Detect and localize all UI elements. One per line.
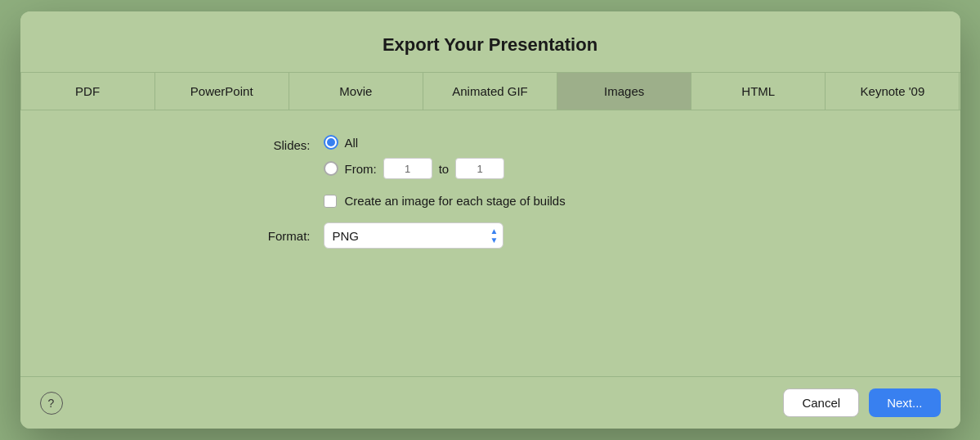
slides-label: Slides: xyxy=(253,135,311,152)
tab-images[interactable]: Images xyxy=(557,73,691,110)
dialog-title: Export Your Presentation xyxy=(20,11,960,72)
to-input[interactable] xyxy=(455,158,504,179)
from-input[interactable] xyxy=(383,158,432,179)
tab-movie[interactable]: Movie xyxy=(289,73,423,110)
dialog-footer: ? Cancel Next... xyxy=(20,377,960,429)
slides-options: All From: to xyxy=(324,135,505,179)
dialog-content: Slides: All From: to xyxy=(20,110,960,376)
format-label: Format: xyxy=(253,229,311,243)
all-radio-row[interactable]: All xyxy=(324,135,505,150)
builds-checkbox-label: Create an image for each stage of builds xyxy=(345,194,566,208)
all-radio-button[interactable] xyxy=(324,135,338,150)
tab-pdf[interactable]: PDF xyxy=(20,73,155,110)
help-button[interactable]: ? xyxy=(40,392,63,415)
from-radio-button[interactable] xyxy=(324,161,338,176)
next-button[interactable]: Next... xyxy=(869,388,940,417)
builds-checkbox-row[interactable]: Create an image for each stage of builds xyxy=(253,194,727,208)
footer-buttons: Cancel Next... xyxy=(783,388,940,417)
to-label: to xyxy=(439,162,450,176)
tab-powerpoint[interactable]: PowerPoint xyxy=(155,73,289,110)
all-radio-label: All xyxy=(345,136,359,150)
from-radio-label: From: xyxy=(345,162,377,176)
cancel-button[interactable]: Cancel xyxy=(783,388,859,417)
from-radio-row[interactable]: From: to xyxy=(324,158,505,179)
format-select-wrapper: PNG JPEG TIFF ▲ ▼ xyxy=(324,222,503,249)
slides-row: Slides: All From: to xyxy=(253,135,727,179)
form-section: Slides: All From: to xyxy=(253,135,727,249)
builds-checkbox[interactable] xyxy=(324,195,337,208)
format-select[interactable]: PNG JPEG TIFF xyxy=(324,222,503,249)
tab-html[interactable]: HTML xyxy=(691,73,826,110)
tab-bar: PDF PowerPoint Movie Animated GIF Images… xyxy=(20,72,960,110)
format-row: Format: PNG JPEG TIFF ▲ ▼ xyxy=(253,222,727,249)
tab-keynote09[interactable]: Keynote '09 xyxy=(826,73,960,110)
tab-animated-gif[interactable]: Animated GIF xyxy=(423,73,557,110)
export-dialog: Export Your Presentation PDF PowerPoint … xyxy=(20,11,960,429)
